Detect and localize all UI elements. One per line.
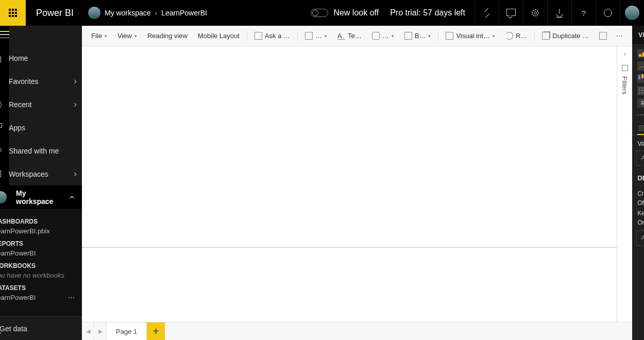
textbox-button[interactable]: ATe… bbox=[333, 30, 366, 42]
my-workspace-header[interactable]: My workspace bbox=[0, 185, 82, 209]
values-header: Values bbox=[632, 135, 644, 149]
chevron-down-icon: ▾ bbox=[134, 33, 137, 39]
bookmark-icon bbox=[622, 65, 628, 71]
left-nav: Home Favorites› Recent› Apps Shared with… bbox=[10, 26, 82, 340]
r-visual-icon[interactable] bbox=[637, 98, 644, 108]
duplicate-icon bbox=[542, 32, 550, 40]
chevron-right-icon: › bbox=[74, 99, 77, 110]
nav-workspaces[interactable]: Workspaces› bbox=[0, 162, 82, 185]
nav-apps[interactable]: Apps bbox=[0, 116, 82, 139]
chevron-down-icon: ▾ bbox=[428, 33, 431, 39]
refresh-button[interactable]: R… bbox=[501, 30, 531, 42]
expand-icon bbox=[482, 8, 492, 18]
cross-report-label: Cross-report bbox=[637, 190, 644, 197]
shared-icon bbox=[0, 146, 2, 156]
nav-shared[interactable]: Shared with me bbox=[0, 139, 82, 162]
home-icon bbox=[0, 54, 2, 63]
chevron-right-icon: › bbox=[74, 168, 77, 179]
dashboard-item[interactable]: LearnPowerBI.pbix bbox=[0, 227, 82, 235]
buttons-button[interactable]: B…▾ bbox=[400, 30, 435, 42]
chevron-right-icon: › bbox=[155, 9, 158, 17]
dashboards-header: DASHBOARDS bbox=[0, 218, 82, 225]
profile-button[interactable] bbox=[620, 0, 644, 26]
fields-tab[interactable] bbox=[637, 125, 644, 135]
page-tab-1[interactable]: Page 1 bbox=[107, 322, 147, 340]
save-icon bbox=[599, 32, 607, 40]
button-icon bbox=[404, 32, 412, 40]
format-tabs bbox=[632, 122, 644, 135]
hamburger-button[interactable] bbox=[0, 31, 9, 38]
new-look-label: New look off bbox=[333, 8, 379, 18]
settings-button[interactable] bbox=[523, 0, 547, 26]
ask-question-button[interactable]: Ask a … bbox=[250, 30, 294, 42]
workbooks-header: WORKBOOKS bbox=[0, 262, 82, 269]
chevron-down-icon: ▾ bbox=[493, 33, 495, 39]
smile-icon bbox=[603, 8, 613, 18]
page-next-button[interactable]: ▶ bbox=[94, 322, 107, 340]
duplicate-button[interactable]: Duplicate … bbox=[538, 30, 593, 42]
chevron-down-icon: ▾ bbox=[325, 33, 327, 39]
fullscreen-button[interactable] bbox=[474, 0, 499, 26]
ribbon-overflow[interactable]: ⋯ bbox=[613, 32, 627, 40]
report-canvas[interactable] bbox=[82, 46, 617, 322]
reading-view-button[interactable]: Reading view bbox=[143, 30, 192, 42]
breadcrumb-report[interactable]: LearnPowerBI bbox=[161, 9, 207, 17]
feedback-button[interactable] bbox=[596, 0, 620, 26]
textbox-icon: A bbox=[337, 32, 345, 40]
gear-icon bbox=[531, 8, 540, 18]
visualizations-header: VISUALIZATIONS › bbox=[632, 26, 644, 44]
filters-label: Filters bbox=[621, 76, 629, 94]
keep-filters-toggle[interactable]: On bbox=[637, 219, 644, 226]
filters-pane-collapsed[interactable]: ‹ Filters bbox=[617, 46, 632, 322]
chat-icon bbox=[506, 8, 516, 18]
chevron-down-icon: ▾ bbox=[392, 33, 394, 39]
avatar bbox=[625, 6, 639, 20]
download-icon bbox=[555, 8, 564, 18]
visualizations-panel: VISUALIZATIONS › bbox=[632, 26, 644, 340]
help-button[interactable]: ? bbox=[571, 0, 596, 26]
more-visuals-button[interactable]: ⋯ bbox=[632, 110, 644, 122]
waterfall-icon[interactable] bbox=[637, 74, 644, 83]
get-data-button[interactable]: Get data bbox=[0, 316, 82, 340]
breadcrumb-workspace[interactable]: My workspace bbox=[105, 9, 150, 17]
shapes-icon bbox=[372, 32, 380, 40]
save-button[interactable] bbox=[595, 30, 611, 42]
chevron-left-icon: ‹ bbox=[624, 50, 626, 58]
cross-report-toggle[interactable]: Off bbox=[637, 199, 644, 207]
report-item[interactable]: LearnPowerBI bbox=[0, 249, 82, 257]
shapes-button[interactable]: …▾ bbox=[368, 30, 398, 42]
mobile-layout-button[interactable]: Mobile Layout bbox=[194, 30, 244, 42]
app-launcher-button[interactable] bbox=[0, 0, 26, 26]
page-prev-button[interactable]: ◀ bbox=[82, 322, 94, 340]
dataset-item[interactable]: LearnPowerBI⋯ bbox=[0, 294, 82, 301]
reports-header: REPORTS bbox=[0, 240, 82, 247]
nav-recent[interactable]: Recent› bbox=[0, 93, 82, 116]
visual-interactions-button[interactable]: Visual int…▾ bbox=[442, 30, 499, 42]
nav-home[interactable]: Home bbox=[0, 46, 82, 70]
more-icon[interactable]: ⋯ bbox=[68, 294, 75, 301]
nav-favorites[interactable]: Favorites› bbox=[0, 70, 82, 93]
top-actions: ? bbox=[474, 0, 644, 26]
values-dropzone[interactable]: Add data fields here bbox=[636, 150, 644, 166]
ribbon: File▾ View▾ Reading view Mobile Layout A… bbox=[82, 26, 632, 46]
main-column: File▾ View▾ Reading view Mobile Layout A… bbox=[82, 26, 632, 340]
stacked-bar-icon[interactable] bbox=[637, 49, 644, 58]
visualization-gallery bbox=[632, 44, 644, 110]
new-look-toggle[interactable]: New look off bbox=[311, 8, 379, 18]
workspace-contents: DASHBOARDS LearnPowerBI.pbix REPORTS Lea… bbox=[0, 209, 82, 316]
trial-label[interactable]: Pro trial: 57 days left bbox=[390, 8, 465, 18]
notifications-button[interactable] bbox=[499, 0, 523, 26]
drillthrough-dropzone[interactable]: Add drillthrough fields here bbox=[636, 230, 644, 246]
download-button[interactable] bbox=[547, 0, 571, 26]
clock-icon bbox=[0, 100, 2, 109]
question-icon: ? bbox=[582, 9, 586, 18]
apps-icon bbox=[0, 123, 2, 132]
explore-button[interactable]: …▾ bbox=[301, 30, 331, 42]
file-menu[interactable]: File▾ bbox=[87, 30, 111, 42]
filled-map-icon[interactable] bbox=[637, 86, 644, 95]
page-tabs: ◀ ▶ Page 1 + bbox=[82, 322, 632, 340]
view-menu[interactable]: View▾ bbox=[113, 30, 141, 42]
line-chart-icon[interactable] bbox=[637, 61, 644, 71]
add-page-button[interactable]: + bbox=[147, 322, 165, 340]
chevron-up-icon bbox=[69, 194, 76, 201]
